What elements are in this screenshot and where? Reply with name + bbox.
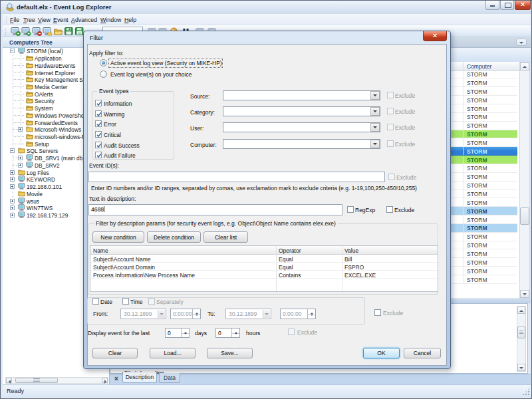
event-row[interactable]: STORM [451, 164, 517, 173]
separately-checkbox[interactable] [148, 298, 155, 305]
event-row[interactable]: STORM [451, 224, 517, 233]
event-row[interactable]: STORM [451, 173, 517, 182]
event-row[interactable]: STORM [451, 233, 517, 241]
scroll-down-button[interactable] [520, 290, 529, 298]
event-row[interactable]: STORM [451, 104, 517, 113]
event-row[interactable]: STORM [451, 87, 517, 96]
tree-item-label[interactable]: Log Files [27, 170, 49, 176]
user-combobox[interactable] [223, 122, 380, 132]
event-row[interactable]: STORM [451, 138, 517, 147]
time-checkbox[interactable] [122, 298, 129, 305]
event-row[interactable]: STORM [451, 198, 517, 207]
category-combobox[interactable] [223, 106, 380, 116]
from-time-field[interactable]: 0:00:00 [170, 309, 201, 319]
tree-item-label[interactable]: Application [35, 55, 62, 62]
menu-help[interactable]: Help [124, 17, 136, 23]
event-row[interactable]: STORM [451, 113, 517, 122]
expand-plus-icon[interactable] [18, 127, 23, 132]
tab-description[interactable]: Description [122, 372, 157, 383]
event-type-checkbox-warning[interactable] [95, 110, 102, 117]
cancel-button[interactable]: Cancel [404, 348, 441, 358]
event-row[interactable]: STORM [451, 258, 517, 267]
tree-item-label[interactable]: Internet Explorer [35, 70, 75, 76]
tree-item-label[interactable]: Setup [35, 141, 49, 148]
expand-plus-icon[interactable] [10, 205, 15, 210]
tree-item-label[interactable]: Security [35, 98, 55, 104]
computer-remove-icon[interactable] [32, 27, 42, 36]
text-exclude-checkbox[interactable] [386, 206, 393, 213]
to-time-field[interactable]: 0:00:00 [280, 309, 316, 319]
event-row[interactable]: STORM [451, 249, 517, 258]
computer-combobox[interactable] [223, 139, 380, 149]
event-ids-input[interactable] [88, 172, 385, 182]
delete-condition-button[interactable]: Delete condition [147, 231, 201, 243]
tree-item-label[interactable]: WIN7TWS [27, 205, 53, 211]
save-button[interactable]: Save... [207, 348, 253, 358]
radio-active-view[interactable] [100, 59, 107, 66]
tree-item-label[interactable]: KEYWORD [27, 176, 55, 183]
source-combobox[interactable] [223, 90, 380, 100]
event-list-header[interactable]: Computer [451, 62, 519, 70]
date-checkbox[interactable] [92, 298, 99, 305]
clear-list-button[interactable]: Clear list [203, 231, 248, 243]
event-type-checkbox-audit-failure[interactable] [95, 152, 102, 158]
regexp-checkbox[interactable] [347, 206, 354, 213]
expand-plus-icon[interactable] [10, 199, 15, 203]
to-date-field[interactable]: 30.12.1899 [225, 309, 271, 319]
computer-column-header[interactable]: Computer [467, 63, 491, 70]
display-exclude-checkbox[interactable] [288, 329, 295, 335]
event-row[interactable]: STORM [451, 122, 517, 130]
new-condition-button[interactable]: New condition [92, 231, 144, 243]
tree-item-label[interactable]: ForwardedEvents [35, 120, 78, 126]
tree-item-label[interactable]: wsus [27, 198, 39, 205]
dropdown-arrow-icon[interactable] [370, 140, 380, 148]
event-row[interactable]: STORM [451, 156, 517, 164]
tree-item-label[interactable]: Windows PowerShell [35, 112, 86, 119]
tree-item-label[interactable]: DB_SRV1 (main db) [35, 155, 84, 162]
description-vertical-scrollbar[interactable] [517, 306, 526, 372]
category-exclude-checkbox[interactable] [387, 108, 394, 114]
menu-event[interactable]: Event [53, 17, 68, 23]
minimize-button[interactable] [485, 1, 499, 10]
open-log-icon[interactable] [43, 27, 53, 36]
user-exclude-checkbox[interactable] [387, 124, 394, 130]
hours-spinner[interactable]: 0 [215, 328, 240, 338]
menu-file[interactable]: File [10, 17, 19, 23]
event-type-checkbox-audit-success[interactable] [95, 142, 102, 148]
event-row[interactable]: STORM [451, 215, 517, 224]
tree-horizontal-scrollbar[interactable] [5, 377, 108, 384]
scroll-up-button[interactable] [517, 307, 525, 314]
scroll-up-button[interactable] [520, 63, 529, 70]
dropdown-arrow-icon[interactable] [370, 123, 380, 132]
collapse-minus-icon[interactable] [10, 148, 15, 153]
event-row[interactable]: STORM [451, 207, 517, 215]
open-folder-icon[interactable] [53, 27, 63, 36]
expand-plus-icon[interactable] [10, 184, 15, 189]
event-row[interactable]: STORM [451, 96, 517, 104]
event-row[interactable]: STORM [451, 78, 517, 87]
tree-item-label[interactable]: OAlerts [35, 91, 53, 98]
scroll-thumb[interactable] [520, 207, 529, 225]
event-type-checkbox-critical[interactable] [95, 131, 102, 138]
load-button[interactable]: Load... [150, 348, 196, 358]
tree-item-label[interactable]: microsoft-windows-Re [35, 134, 89, 140]
scroll-down-button[interactable] [517, 364, 525, 371]
event-row[interactable]: STORM [451, 182, 517, 190]
event-list-vertical-scrollbar[interactable] [519, 62, 530, 299]
tab-list-dropdown-button[interactable] [516, 39, 527, 46]
text-in-description-input[interactable]: 4688 [88, 204, 342, 215]
condition-row[interactable]: Process Information\New Process NameCont… [90, 271, 438, 279]
computer-arrow-icon[interactable] [11, 27, 21, 36]
event-row[interactable]: STORM [451, 275, 517, 284]
ok-button[interactable]: OK [363, 348, 400, 358]
radio-choice-view[interactable] [100, 70, 107, 78]
from-date-field[interactable]: 30.12.1899 [120, 309, 166, 319]
tree-item-label[interactable]: Movile [27, 191, 43, 198]
source-exclude-checkbox[interactable] [387, 92, 394, 98]
tree-item-label[interactable]: System [35, 105, 53, 112]
tree-item-label[interactable]: Key Management Serv [35, 76, 90, 83]
collapse-minus-icon[interactable] [10, 49, 15, 53]
menu-window[interactable]: Window [100, 17, 121, 23]
tree-item-label[interactable]: 192.168.179.129 [27, 212, 68, 219]
menu-view[interactable]: View [38, 17, 51, 23]
